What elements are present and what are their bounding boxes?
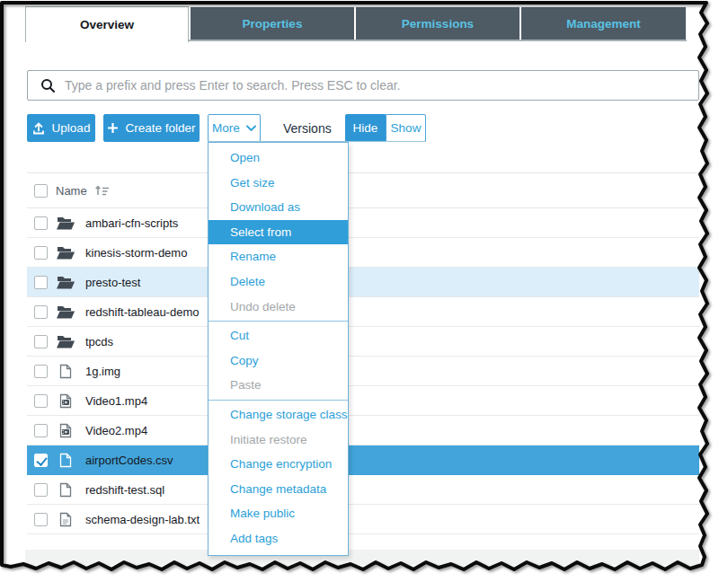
folder-icon	[57, 276, 75, 289]
tab-label: Management	[566, 17, 641, 31]
table-row[interactable]: redshift-tableau-demo	[27, 297, 699, 327]
search-bar	[27, 70, 699, 101]
more-label: More	[212, 121, 240, 135]
create-folder-button[interactable]: Create folder	[103, 114, 200, 142]
table-row[interactable]: tpcds	[27, 327, 699, 357]
menu-item-rename[interactable]: Rename	[209, 244, 348, 269]
row-checkbox[interactable]	[34, 365, 48, 378]
search-input[interactable]	[65, 78, 698, 93]
menu-item-change-storage-class[interactable]: Change storage class	[209, 402, 348, 428]
table-row[interactable]: kinesis-storm-demo	[27, 238, 699, 268]
footer-strip	[25, 550, 699, 565]
menu-item-initiate-restore[interactable]: Initiate restore	[209, 428, 348, 453]
row-name: schema-design-lab.txt	[85, 513, 200, 526]
row-checkbox[interactable]	[34, 394, 48, 408]
hide-label: Hide	[353, 121, 378, 135]
row-name: 1g.img	[85, 365, 120, 378]
more-dropdown-menu: Open Get size Download as Select from Re…	[208, 142, 349, 556]
row-name: redshift-tableau-demo	[85, 305, 199, 319]
menu-item-delete[interactable]: Delete	[209, 269, 348, 295]
row-checkbox[interactable]	[34, 276, 48, 289]
row-checkbox[interactable]	[34, 335, 48, 348]
table-header-row: Name	[27, 172, 699, 208]
versions-hide-button[interactable]: Hide	[345, 114, 386, 142]
menu-item-make-public[interactable]: Make public	[209, 501, 348, 526]
row-checkbox-checked[interactable]	[34, 454, 48, 467]
menu-separator	[209, 321, 348, 322]
video-file-icon	[57, 393, 75, 409]
table-row[interactable]: Video1.mp4	[27, 386, 699, 416]
menu-separator	[209, 400, 348, 401]
tab-label: Permissions	[402, 17, 474, 31]
menu-item-change-metadata[interactable]: Change metadata	[209, 477, 348, 502]
table-row[interactable]: presto-test	[27, 268, 699, 297]
folder-icon	[57, 335, 75, 348]
upload-button[interactable]: Upload	[27, 114, 95, 142]
plus-icon	[107, 122, 119, 134]
table-row[interactable]: ambari-cfn-scripts	[27, 208, 699, 238]
row-checkbox[interactable]	[34, 513, 48, 526]
table-row[interactable]: schema-design-lab.txt	[27, 505, 699, 534]
file-icon	[57, 364, 75, 379]
tab-properties[interactable]: Properties	[191, 7, 354, 40]
object-list-table: Name ambari-cfn-scripts kinesis-storm-de…	[27, 172, 699, 534]
menu-item-cut[interactable]: Cut	[209, 323, 348, 348]
select-all-checkbox[interactable]	[34, 184, 48, 198]
menu-item-paste[interactable]: Paste	[209, 373, 348, 398]
more-button[interactable]: More	[208, 114, 261, 142]
folder-icon	[57, 216, 75, 230]
s3-bucket-overview-screen: Overview Properties Permissions Manageme…	[0, 0, 728, 582]
tab-management[interactable]: Management	[521, 7, 686, 40]
create-folder-label: Create folder	[125, 121, 195, 135]
video-file-icon	[57, 423, 75, 438]
table-row[interactable]: Video2.mp4	[27, 416, 699, 445]
file-icon	[57, 482, 75, 498]
row-name: redshift-test.sql	[85, 483, 164, 497]
table-row[interactable]: redshift-test.sql	[27, 475, 699, 505]
table-row[interactable]: 1g.img	[27, 357, 699, 386]
row-checkbox[interactable]	[34, 216, 48, 230]
versions-label: Versions	[283, 114, 332, 142]
menu-item-undo-delete[interactable]: Undo delete	[209, 295, 348, 320]
show-label: Show	[391, 121, 422, 135]
row-name: kinesis-storm-demo	[85, 246, 187, 260]
menu-item-add-tags[interactable]: Add tags	[209, 526, 348, 551]
tab-overview[interactable]: Overview	[25, 6, 189, 42]
row-name: Video2.mp4	[85, 424, 147, 437]
chevron-down-icon	[246, 125, 256, 132]
row-checkbox[interactable]	[34, 246, 48, 260]
folder-icon	[57, 305, 75, 319]
menu-item-change-encryption[interactable]: Change encryption	[209, 452, 348, 477]
row-name: tpcds	[85, 335, 113, 348]
search-icon	[40, 78, 56, 93]
menu-item-download-as[interactable]: Download as	[209, 195, 348, 220]
folder-icon	[57, 246, 75, 260]
upload-icon	[32, 122, 45, 135]
file-icon	[57, 453, 75, 468]
menu-item-select-from[interactable]: Select from	[209, 220, 348, 245]
row-name: Video1.mp4	[85, 394, 147, 408]
menu-item-open[interactable]: Open	[209, 146, 348, 171]
row-name: presto-test	[85, 276, 140, 289]
upload-label: Upload	[52, 121, 91, 135]
tab-label: Properties	[243, 17, 303, 31]
text-file-icon	[57, 512, 75, 527]
name-column-header: Name	[56, 184, 87, 198]
table-row-selected[interactable]: airportCodes.csv	[27, 445, 699, 475]
tab-permissions[interactable]: Permissions	[356, 7, 519, 40]
sort-ascending-icon[interactable]	[94, 184, 111, 197]
row-name: ambari-cfn-scripts	[85, 216, 178, 230]
row-checkbox[interactable]	[34, 305, 48, 319]
row-checkbox[interactable]	[34, 424, 48, 437]
menu-item-get-size[interactable]: Get size	[209, 171, 348, 196]
row-name: airportCodes.csv	[85, 454, 173, 467]
menu-item-copy[interactable]: Copy	[209, 348, 348, 374]
tab-label: Overview	[80, 18, 134, 31]
versions-show-button[interactable]: Show	[386, 114, 426, 142]
row-checkbox[interactable]	[34, 483, 48, 497]
